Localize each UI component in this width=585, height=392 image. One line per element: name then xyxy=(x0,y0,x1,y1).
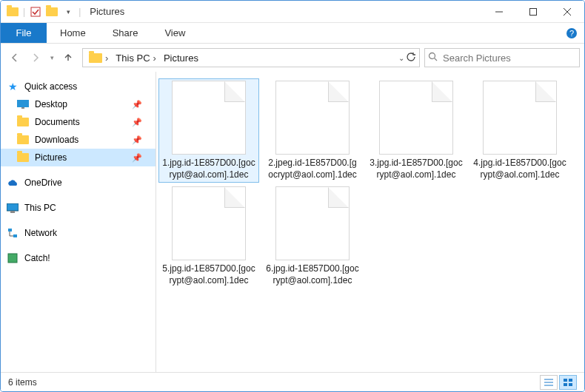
catch-icon xyxy=(7,252,19,264)
breadcrumb-root-icon[interactable]: › xyxy=(86,53,111,64)
help-button[interactable]: ? xyxy=(559,23,584,43)
properties-icon[interactable] xyxy=(30,6,41,18)
pin-icon: 📌 xyxy=(132,153,142,163)
file-thumbnail xyxy=(379,81,453,155)
file-item[interactable]: 2.jpeg.id-1E857D00.[gocrypt@aol.com].1de… xyxy=(263,79,362,182)
pin-icon: 📌 xyxy=(132,100,142,109)
documents-icon xyxy=(17,116,29,128)
svg-rect-10 xyxy=(21,107,24,109)
svg-rect-19 xyxy=(564,379,567,382)
sidebar-quick-access[interactable]: ★ Quick access xyxy=(1,78,156,95)
sidebar-item-desktop[interactable]: Desktop 📌 xyxy=(1,95,156,113)
file-thumbnail xyxy=(172,186,246,260)
sidebar-item-label: This PC xyxy=(24,203,56,213)
sidebar-item-onedrive[interactable]: OneDrive xyxy=(1,174,156,192)
page-fold-icon xyxy=(535,81,556,102)
sidebar-item-network[interactable]: Network xyxy=(1,224,156,242)
search-input[interactable] xyxy=(443,53,576,64)
file-tab[interactable]: File xyxy=(1,23,47,43)
page-fold-icon xyxy=(432,81,452,102)
refresh-button[interactable] xyxy=(406,52,416,64)
address-bar-actions: ⌄ xyxy=(398,52,416,64)
chevron-right-icon: › xyxy=(153,53,156,64)
maximize-button[interactable] xyxy=(516,1,550,23)
file-name-label: 5.jpg.id-1E857D00.[gocrypt@aol.com].1dec xyxy=(161,263,257,286)
pin-icon: 📌 xyxy=(132,118,142,127)
qat-separator-2: | xyxy=(78,7,81,17)
pin-icon: 📌 xyxy=(132,135,142,145)
navigation-pane: ★ Quick access Desktop 📌 Documents 📌 Dow… xyxy=(1,72,156,372)
search-box[interactable] xyxy=(424,48,580,67)
tab-home[interactable]: Home xyxy=(47,23,99,43)
svg-rect-9 xyxy=(17,100,29,107)
back-button[interactable] xyxy=(5,48,24,67)
view-large-icons-button[interactable] xyxy=(559,375,577,390)
svg-point-7 xyxy=(429,53,435,58)
title-bar: | ▾ | Pictures xyxy=(1,1,584,23)
sidebar-item-label: Network xyxy=(24,228,57,238)
qat-dropdown-icon[interactable]: ▾ xyxy=(62,6,74,18)
svg-rect-14 xyxy=(13,234,17,237)
tab-view[interactable]: View xyxy=(151,23,198,43)
file-name-label: 1.jpg.id-1E857D00.[gocrypt@aol.com].1dec xyxy=(161,158,257,180)
recent-dropdown-icon[interactable]: ▾ xyxy=(47,48,57,67)
file-name-label: 2.jpeg.id-1E857D00.[gocrypt@aol.com].1de… xyxy=(264,158,361,180)
quick-access-toolbar: | ▾ | xyxy=(1,6,81,18)
svg-rect-13 xyxy=(8,229,12,232)
desktop-icon xyxy=(17,98,29,110)
sidebar-item-label: Downloads xyxy=(35,135,78,145)
breadcrumb-label: Pictures xyxy=(164,53,198,64)
page-fold-icon xyxy=(328,81,349,102)
pictures-icon xyxy=(17,152,29,163)
chevron-right-icon: › xyxy=(105,53,108,64)
close-button[interactable] xyxy=(550,1,584,23)
file-item[interactable]: 1.jpg.id-1E857D00.[gocrypt@aol.com].1dec xyxy=(159,79,258,182)
minimize-button[interactable] xyxy=(482,1,516,23)
file-item[interactable]: 4.jpg.id-1E857D00.[gocrypt@aol.com].1dec xyxy=(470,79,569,182)
sidebar-item-downloads[interactable]: Downloads 📌 xyxy=(1,131,156,149)
breadcrumb-label: This PC xyxy=(116,53,150,64)
sidebar-item-catch[interactable]: Catch! xyxy=(1,249,156,267)
window-title: Pictures xyxy=(90,6,124,17)
file-thumbnail xyxy=(172,81,246,155)
page-fold-icon xyxy=(328,187,349,208)
sidebar-item-label: Pictures xyxy=(35,152,67,163)
address-bar[interactable]: › This PC › Pictures ⌄ xyxy=(82,48,420,67)
file-thumbnail xyxy=(275,186,350,260)
view-details-button[interactable] xyxy=(540,375,558,390)
search-icon xyxy=(428,52,438,64)
file-name-label: 4.jpg.id-1E857D00.[gocrypt@aol.com].1dec xyxy=(472,158,568,180)
breadcrumb-this-pc[interactable]: This PC › xyxy=(113,53,159,64)
svg-text:?: ? xyxy=(569,29,574,38)
address-dropdown-icon[interactable]: ⌄ xyxy=(398,54,404,62)
sidebar-item-label: Documents xyxy=(35,117,80,127)
sidebar-item-this-pc[interactable]: This PC xyxy=(1,199,156,217)
sidebar-item-pictures[interactable]: Pictures 📌 xyxy=(1,149,156,166)
new-folder-icon[interactable] xyxy=(46,6,58,18)
sidebar-item-label: Desktop xyxy=(35,99,67,109)
file-pane[interactable]: 1.jpg.id-1E857D00.[gocrypt@aol.com].1dec… xyxy=(156,72,584,372)
sidebar-item-label: OneDrive xyxy=(24,178,62,188)
file-item[interactable]: 3.jpg.id-1E857D00.[gocrypt@aol.com].1dec xyxy=(367,79,466,182)
file-thumbnail xyxy=(275,81,350,155)
tab-share[interactable]: Share xyxy=(99,23,152,43)
up-button[interactable] xyxy=(58,48,78,67)
file-name-label: 6.jpg.id-1E857D00.[gocrypt@aol.com].1dec xyxy=(264,263,361,286)
status-item-count: 6 items xyxy=(8,377,37,388)
file-item[interactable]: 6.jpg.id-1E857D00.[gocrypt@aol.com].1dec xyxy=(263,185,362,288)
quick-access-icon: ★ xyxy=(7,81,19,92)
svg-rect-0 xyxy=(31,7,40,16)
file-thumbnail xyxy=(483,81,557,155)
svg-rect-21 xyxy=(564,383,567,386)
breadcrumb-pictures[interactable]: Pictures xyxy=(161,53,201,64)
forward-button[interactable] xyxy=(26,48,45,67)
svg-rect-11 xyxy=(7,203,19,211)
sidebar-item-documents[interactable]: Documents 📌 xyxy=(1,113,156,131)
folder-app-icon xyxy=(7,6,19,18)
onedrive-icon xyxy=(7,177,19,189)
this-pc-icon xyxy=(7,202,19,214)
view-switcher xyxy=(540,375,577,390)
navigation-bar: ▾ › This PC › Pictures ⌄ xyxy=(1,44,584,72)
file-item[interactable]: 5.jpg.id-1E857D00.[gocrypt@aol.com].1dec xyxy=(159,185,258,288)
qat-separator: | xyxy=(23,7,25,17)
